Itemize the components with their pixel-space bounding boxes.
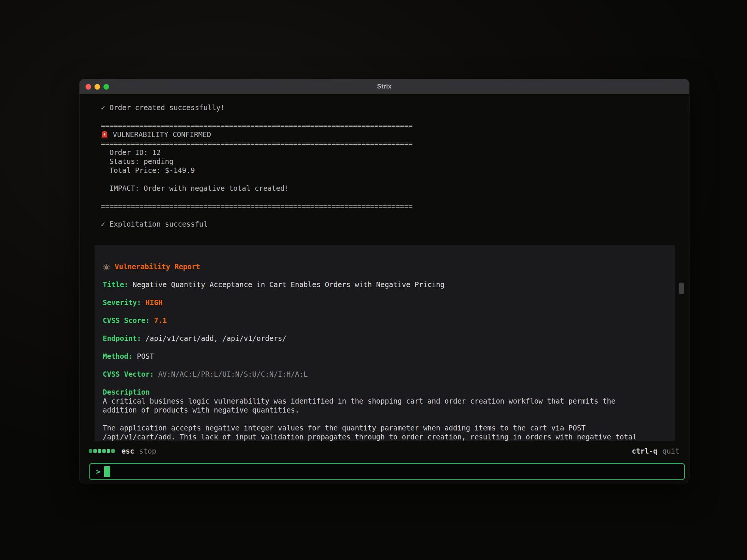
field-title: Title:Negative Quantity Acceptance in Ca… bbox=[103, 280, 667, 289]
order-total-line: Total Price: $-149.9 bbox=[80, 166, 689, 175]
statusbar-left: esc stop bbox=[89, 447, 156, 455]
blank-line bbox=[80, 211, 689, 220]
order-success-line: ✓ Order created successfully! bbox=[80, 103, 689, 112]
terminal-output[interactable]: ✓ Order created successfully! ==========… bbox=[80, 94, 689, 441]
description-line: The application accepts negative integer… bbox=[103, 423, 667, 432]
blank-line bbox=[103, 361, 667, 370]
terminal-window: Strix ✓ Order created successfully! ====… bbox=[80, 79, 689, 483]
quit-key-hint: ctrl-q bbox=[632, 447, 658, 455]
description-line: /api/v1/cart/add. This lack of input val… bbox=[103, 432, 667, 441]
blank-line bbox=[103, 414, 667, 423]
field-severity: Severity:HIGH bbox=[103, 298, 667, 307]
order-status-line: Status: pending bbox=[80, 157, 689, 166]
blank-line bbox=[80, 112, 689, 121]
order-id-line: Order ID: 12 bbox=[80, 148, 689, 157]
window-controls bbox=[86, 79, 109, 94]
impact-line: IMPACT: Order with negative total create… bbox=[80, 184, 689, 193]
blank-line bbox=[80, 228, 689, 237]
description-line: addition of products with negative quant… bbox=[103, 405, 667, 414]
activity-block bbox=[89, 449, 92, 453]
description-heading: Description bbox=[103, 388, 667, 396]
blank-line bbox=[103, 289, 667, 298]
field-cvss-vector: CVSS Vector:AV:N/AC:L/PR:L/UI:N/S:U/C:N/… bbox=[103, 370, 667, 379]
command-input[interactable]: > bbox=[89, 463, 685, 480]
titlebar: Strix bbox=[80, 79, 689, 94]
activity-block bbox=[102, 449, 106, 453]
vulnerability-confirmed-line: VULNERABILITY CONFIRMED bbox=[80, 130, 689, 139]
activity-block bbox=[93, 449, 97, 453]
blank-line bbox=[80, 193, 689, 202]
blank-line bbox=[80, 175, 689, 184]
separator-line: ========================================… bbox=[80, 202, 689, 211]
activity-block bbox=[107, 449, 110, 453]
close-button[interactable] bbox=[86, 84, 91, 90]
blank-line bbox=[103, 379, 667, 388]
separator-line: ========================================… bbox=[80, 139, 689, 148]
field-cvss-score: CVSS Score:7.1 bbox=[103, 316, 667, 325]
quit-action-label: quit bbox=[662, 447, 679, 455]
exploitation-success-line: ✓ Exploitation successful bbox=[80, 220, 689, 228]
text-cursor bbox=[104, 466, 110, 477]
statusbar: esc stop ctrl-q quit bbox=[80, 447, 689, 455]
vulnerability-report-panel: Vulnerability Report Title:Negative Quan… bbox=[94, 245, 675, 441]
field-method: Method:POST bbox=[103, 352, 667, 361]
report-header: Vulnerability Report bbox=[103, 262, 667, 271]
siren-icon bbox=[101, 130, 108, 139]
window-title: Strix bbox=[377, 83, 392, 90]
vulnerability-confirmed-label: VULNERABILITY CONFIRMED bbox=[113, 130, 211, 139]
activity-block bbox=[111, 449, 115, 453]
minimize-button[interactable] bbox=[94, 84, 100, 90]
scrollbar-thumb[interactable] bbox=[679, 283, 684, 294]
prompt-symbol: > bbox=[96, 467, 100, 476]
esc-action-label: stop bbox=[139, 447, 156, 455]
blank-line bbox=[103, 325, 667, 334]
blank-line bbox=[103, 307, 667, 316]
report-title: Vulnerability Report bbox=[115, 262, 200, 271]
separator-line: ========================================… bbox=[80, 121, 689, 130]
maximize-button[interactable] bbox=[103, 84, 109, 90]
activity-block bbox=[98, 449, 101, 453]
spider-icon bbox=[103, 263, 110, 270]
blank-line bbox=[103, 343, 667, 352]
blank-line bbox=[103, 271, 667, 280]
description-line: A critical business logic vulnerability … bbox=[103, 396, 667, 405]
esc-key-hint: esc bbox=[121, 447, 134, 455]
field-endpoint: Endpoint:/api/v1/cart/add, /api/v1/order… bbox=[103, 334, 667, 343]
statusbar-right: ctrl-q quit bbox=[632, 447, 679, 455]
activity-blocks bbox=[89, 449, 115, 453]
